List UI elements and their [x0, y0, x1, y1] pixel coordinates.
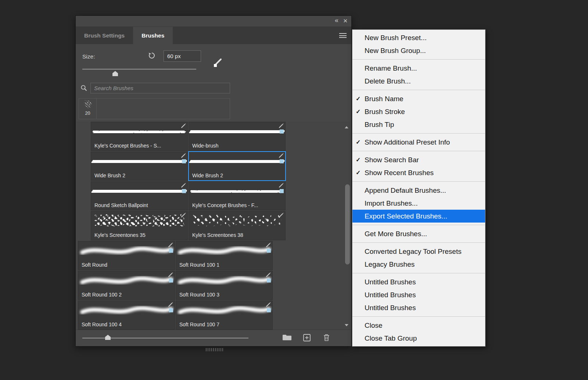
- recent-brush-tile[interactable]: 20: [79, 99, 97, 119]
- menu-item-label: Converted Legacy Tool Presets: [365, 248, 462, 255]
- menu-item-new-brush-preset[interactable]: New Brush Preset...: [352, 31, 485, 44]
- brush-stroke-preview: [189, 212, 285, 231]
- preset-color-chip: [182, 189, 186, 193]
- reset-size-icon[interactable]: [148, 52, 156, 60]
- size-label: Size:: [82, 53, 95, 60]
- brush-tool-icon: [266, 272, 271, 277]
- brushes-panel: « ✕ Brush Settings Brushes Size: 60 px: [75, 15, 352, 347]
- menu-item-untitled-brushes[interactable]: Untitled Brushes: [352, 276, 485, 288]
- menu-item-label: Brush Tip: [365, 121, 394, 128]
- menu-item-converted-legacy-tool-presets[interactable]: Converted Legacy Tool Presets: [352, 245, 485, 258]
- checkmark-icon: ✓: [356, 166, 361, 179]
- panel-resize-grip[interactable]: [206, 348, 224, 351]
- menu-item-label: Append Default Brushes...: [365, 187, 446, 194]
- brush-tile[interactable]: Wide Brush 2: [189, 152, 286, 181]
- preset-color-chip: [280, 159, 284, 163]
- brush-tile[interactable]: Soft Round 100 1: [176, 241, 273, 270]
- menu-separator: [352, 273, 485, 273]
- panel-menu-icon[interactable]: [339, 33, 347, 38]
- menu-item-append-default-brushes[interactable]: Append Default Brushes...: [352, 184, 485, 197]
- brush-tile[interactable]: Kyle's Screentones 38: [189, 211, 286, 240]
- menu-item-brush-name[interactable]: ✓Brush Name: [352, 92, 485, 105]
- menu-item-label: Untitled Brushes: [365, 304, 416, 312]
- menu-item-brush-stroke[interactable]: ✓Brush Stroke: [352, 105, 485, 118]
- brush-tile[interactable]: Soft Round 100 2: [78, 271, 175, 300]
- menu-item-close-tab-group[interactable]: Close Tab Group: [352, 332, 485, 345]
- brush-tile[interactable]: Kyle's Concept Brushes - F...: [189, 181, 286, 210]
- menu-item-brush-tip[interactable]: Brush Tip: [352, 118, 485, 131]
- checkmark-icon: ✓: [356, 136, 361, 149]
- brush-tile[interactable]: Kyle's Concept Brushes - S...: [91, 122, 188, 151]
- brush-row: Wide Brush 2Wide Brush 2: [91, 152, 351, 181]
- preset-color-chip: [267, 249, 271, 253]
- size-slider-thumb[interactable]: [112, 71, 118, 76]
- tab-brush-settings[interactable]: Brush Settings: [76, 27, 133, 44]
- close-panel-icon[interactable]: ✕: [343, 18, 348, 24]
- new-brush-icon[interactable]: [303, 334, 311, 343]
- brush-row: Kyle's Concept Brushes - S...Wide-brush: [91, 122, 351, 151]
- brush-tile[interactable]: Kyle's Screentones 35: [91, 211, 188, 240]
- tab-brushes[interactable]: Brushes: [133, 27, 173, 44]
- menu-item-get-more-brushes[interactable]: Get More Brushes...: [352, 227, 485, 240]
- menu-separator: [352, 90, 485, 90]
- scrollbar-thumb[interactable]: [345, 184, 350, 264]
- menu-item-legacy-brushes[interactable]: Legacy Brushes: [352, 258, 485, 271]
- brush-tile[interactable]: Round Sketch Ballpoint: [91, 181, 188, 210]
- brush-row: Soft Round 100 2Soft Round 100 3: [78, 271, 351, 300]
- checkmark-icon: ✓: [356, 153, 361, 166]
- panel-tabbar: Brush Settings Brushes: [76, 27, 351, 44]
- menu-item-untitled-brushes[interactable]: Untitled Brushes: [352, 301, 485, 314]
- scroll-up-icon[interactable]: [345, 126, 348, 128]
- preset-color-chip: [280, 189, 284, 193]
- collapse-panel-icon[interactable]: «: [335, 17, 339, 24]
- menu-item-label: Import Brushes...: [365, 199, 418, 207]
- menu-separator: [352, 242, 485, 243]
- brush-name: Wide-brush: [189, 141, 285, 149]
- brush-tool-icon: [279, 212, 284, 218]
- menu-item-import-brushes[interactable]: Import Brushes...: [352, 197, 485, 210]
- new-group-folder-icon[interactable]: [282, 334, 292, 342]
- menu-separator: [352, 225, 485, 225]
- brush-name: Soft Round 100 4: [78, 320, 175, 327]
- size-slider-track[interactable]: [82, 69, 196, 70]
- panel-header: « ✕: [76, 16, 351, 27]
- menu-item-close[interactable]: Close: [352, 319, 485, 332]
- menu-item-show-recent-brushes[interactable]: ✓Show Recent Brushes: [352, 166, 485, 179]
- menu-item-new-brush-group[interactable]: New Brush Group...: [352, 44, 485, 57]
- search-input[interactable]: [90, 83, 230, 93]
- menu-item-label: Show Search Bar: [365, 156, 419, 164]
- brush-name: Round Sketch Ballpoint: [91, 201, 187, 208]
- brush-stroke-toggle-icon[interactable]: [212, 57, 223, 68]
- brush-tile[interactable]: Soft Round 100 4: [78, 301, 175, 330]
- menu-item-untitled-brushes[interactable]: Untitled Brushes: [352, 288, 485, 301]
- brush-stroke-preview: [78, 301, 175, 320]
- menu-item-label: Export Selected Brushes...: [365, 212, 447, 220]
- brush-tile[interactable]: Wide-brush: [189, 122, 286, 151]
- delete-brush-trash-icon[interactable]: [323, 334, 330, 343]
- menu-item-show-additional-preset-info[interactable]: ✓Show Additional Preset Info: [352, 136, 485, 149]
- brush-size-field[interactable]: 60 px: [164, 50, 201, 62]
- checkmark-icon: ✓: [356, 105, 361, 118]
- menu-item-label: Untitled Brushes: [365, 291, 416, 299]
- preset-color-chip: [267, 308, 271, 312]
- brush-tile[interactable]: Wide Brush 2: [91, 152, 188, 181]
- thumbnail-size-slider-thumb[interactable]: [105, 335, 111, 340]
- brush-name: Soft Round 100 2: [78, 290, 175, 298]
- brush-tile[interactable]: Soft Round 100 3: [176, 271, 273, 300]
- brush-stroke-preview: [189, 152, 285, 171]
- recent-brushes-row: 20: [79, 98, 230, 119]
- brush-stroke-preview: [176, 271, 272, 290]
- brush-tool-icon: [279, 182, 284, 188]
- menu-item-export-selected-brushes[interactable]: Export Selected Brushes...: [352, 210, 485, 223]
- scroll-down-icon[interactable]: [345, 324, 348, 326]
- menu-item-delete-brush[interactable]: Delete Brush...: [352, 75, 485, 88]
- menu-item-label: Get More Brushes...: [365, 230, 427, 238]
- menu-item-show-search-bar[interactable]: ✓Show Search Bar: [352, 153, 485, 166]
- brush-tile[interactable]: Soft Round 100 7: [176, 301, 273, 330]
- menu-item-rename-brush[interactable]: Rename Brush...: [352, 62, 485, 75]
- brush-tile[interactable]: Soft Round: [78, 241, 175, 270]
- menu-item-label: Untitled Brushes: [365, 278, 416, 286]
- brush-stroke-preview: [91, 182, 187, 201]
- menu-separator: [352, 181, 485, 182]
- brush-tool-icon: [181, 182, 186, 188]
